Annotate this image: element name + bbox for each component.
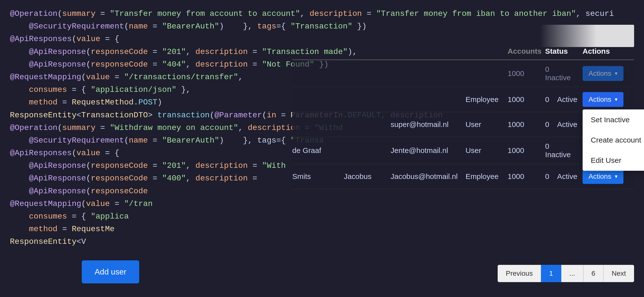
actions-button[interactable]: Actions ▾ — [582, 169, 624, 184]
chevron-down-icon: ▾ — [615, 173, 618, 180]
cell-status: 0 Inactive — [545, 142, 582, 159]
cell-accounts: 1000 — [508, 95, 545, 104]
cell-role: User — [466, 120, 508, 129]
table-header: Accounts Status Actions — [292, 47, 634, 60]
cell-firstname: Jacobus — [344, 172, 390, 181]
pagination: Previous 1 ... 6 Next — [498, 265, 634, 282]
cell-actions[interactable]: Actions ▾ Set Inactive Create account Ed… — [582, 92, 634, 107]
chevron-down-icon: ▾ — [615, 96, 618, 103]
dropdown-item-create-account[interactable]: Create account — [583, 130, 644, 150]
cell-status: 0 Active — [545, 95, 582, 104]
actions-button[interactable]: Actions ▾ — [582, 92, 624, 107]
cell-email: Jacobus@hotmail.nl — [390, 172, 466, 181]
cell-accounts: 1000 — [508, 172, 545, 181]
col-header-actions: Actions — [582, 47, 634, 55]
actions-dropdown: Set Inactive Create account Edit User — [582, 109, 644, 171]
dropdown-item-edit-user[interactable]: Edit User — [583, 150, 644, 171]
page-1-button[interactable]: 1 — [541, 265, 561, 282]
actions-label: Actions — [588, 69, 611, 77]
cell-actions[interactable]: Actions ▾ — [582, 169, 634, 184]
col-header-status: Status — [545, 47, 582, 55]
next-page-button[interactable]: Next — [604, 265, 634, 282]
add-user-button[interactable]: Add user — [82, 260, 139, 284]
cell-status: 0 Active — [545, 120, 582, 129]
actions-label: Actions — [588, 173, 611, 180]
actions-button[interactable]: Actions ▾ — [582, 66, 624, 81]
users-table: Accounts Status Actions 1000 0 Inactive … — [292, 47, 634, 189]
cell-accounts: 1000 — [508, 146, 545, 155]
cell-accounts: 1000 — [508, 120, 545, 129]
white-fade-overlay — [540, 25, 634, 47]
cell-name: Smits — [292, 172, 344, 181]
cell-email: Jente@hotmail.nl — [390, 146, 466, 155]
cell-name: de Graaf — [292, 146, 344, 155]
ellipsis-button: ... — [561, 265, 583, 282]
cell-status: 0 Inactive — [545, 65, 582, 82]
cell-actions[interactable]: Actions ▾ — [582, 66, 634, 81]
cell-role: Employee — [466, 95, 508, 104]
cell-email: super@hotmail.nl — [390, 120, 466, 129]
cell-status: 0 Active — [545, 172, 582, 181]
table-row: Employee 1000 0 Active Actions ▾ Set Ina… — [292, 87, 634, 112]
table-row: 1000 0 Inactive Actions ▾ — [292, 60, 634, 87]
chevron-down-icon: ▾ — [615, 70, 618, 77]
dropdown-item-set-inactive[interactable]: Set Inactive — [583, 110, 644, 130]
cell-role: Employee — [466, 172, 508, 181]
cell-role: User — [466, 146, 508, 155]
page-6-button[interactable]: 6 — [583, 265, 604, 282]
previous-page-button[interactable]: Previous — [498, 265, 541, 282]
cell-accounts: 1000 — [508, 69, 545, 78]
col-header-accounts: Accounts — [508, 47, 545, 55]
actions-label: Actions — [588, 95, 611, 103]
